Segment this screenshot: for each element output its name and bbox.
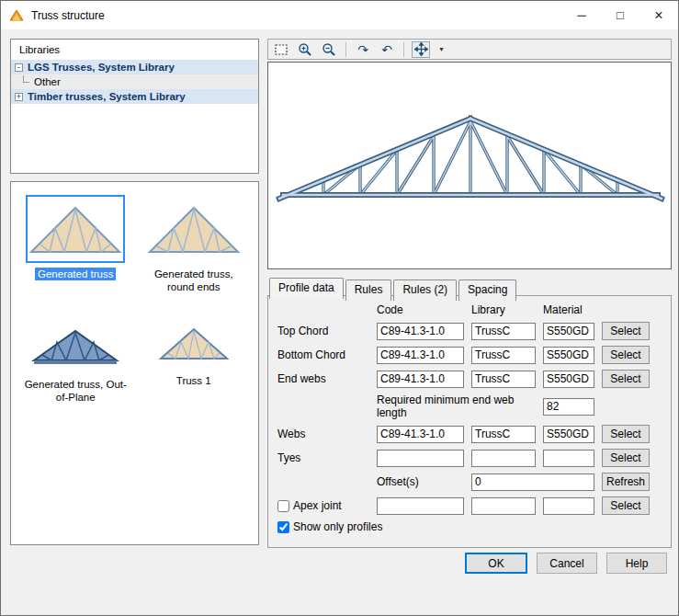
thumbnail-label: Generated truss, Out-of-Plane [20,378,130,405]
material-column-header: Material [543,303,594,316]
end-webs-label: End webs [277,372,369,385]
truss-thumbnail-image [29,316,121,373]
minimize-button[interactable]: ─ [562,1,601,29]
rotate-cw-button[interactable]: ↷ [354,41,372,58]
thumbnail-label: Truss 1 [174,374,214,387]
tree-item-label: Timber trusses, System Library [28,91,186,102]
bottom-chord-code-input[interactable] [377,347,464,364]
libraries-header: Libraries [11,40,258,60]
webs-select-button[interactable]: Select [602,425,650,443]
truss-preview-drawing [268,63,671,268]
apex-joint-checkbox-row: Apex joint [277,499,369,512]
show-only-profiles-row: Show only profiles [277,520,650,533]
top-chord-code-input[interactable] [377,323,464,340]
offset-input[interactable] [471,473,594,491]
pan-button[interactable] [412,41,430,58]
bottom-chord-library-input[interactable] [471,347,536,364]
tree-item-other[interactable]: Other [11,74,258,89]
end-webs-library-input[interactable] [471,371,536,388]
end-webs-code-input[interactable] [377,371,464,388]
webs-code-input[interactable] [377,426,464,443]
apex-joint-checkbox[interactable] [277,500,289,512]
rotate-cw-icon: ↷ [357,43,368,56]
zoom-original-button[interactable] [272,41,290,58]
apex-material-input[interactable] [543,497,594,515]
tyes-select-button[interactable]: Select [602,449,650,467]
apex-select-button[interactable]: Select [602,496,650,515]
apex-code-input[interactable] [377,497,464,515]
rotate-ccw-icon: ↶ [381,43,392,56]
min-end-web-length-label: Required minimum end web length [377,394,536,419]
tab-rules[interactable]: Rules [345,279,392,301]
profile-form: Code Library Material Top Chord Select B… [277,303,665,533]
truss-structure-dialog: Truss structure ─ □ × Libraries - LGS Tr… [0,0,679,616]
cancel-button[interactable]: Cancel [537,553,597,574]
truss-thumbnail-image [153,316,234,370]
refresh-button[interactable]: Refresh [602,473,650,491]
collapse-icon[interactable]: - [15,63,23,72]
bottom-chord-label: Bottom Chord [277,348,369,361]
gallery-item-out-of-plane[interactable]: Generated truss, Out-of-Plane [17,316,135,405]
min-end-web-length-input[interactable] [543,398,594,416]
webs-library-input[interactable] [471,426,536,443]
tyes-label: Tyes [277,451,369,464]
pan-dropdown-button[interactable]: ▼ [436,41,447,58]
tab-rules-2[interactable]: Rules (2) [393,279,457,301]
close-button[interactable]: × [639,1,678,29]
toolbar-separator [345,42,346,57]
show-only-profiles-checkbox[interactable] [277,521,289,533]
code-column-header: Code [377,303,464,316]
truss-gallery: Generated truss Generated truss, round e… [11,182,258,417]
bottom-chord-material-input[interactable] [543,347,594,364]
rotate-ccw-button[interactable]: ↶ [378,41,396,58]
zoom-out-button[interactable] [320,41,338,58]
help-button[interactable]: Help [606,553,667,574]
thumbnail-label: Generated truss [35,268,116,280]
apex-library-input[interactable] [471,497,536,515]
expand-icon[interactable]: + [15,93,23,101]
apex-joint-label: Apex joint [293,499,342,512]
tree-item-lgs-trusses[interactable]: - LGS Trusses, System Library [11,60,258,74]
thumbnail-label: Generated truss, round ends [139,268,249,294]
tab-spacing[interactable]: Spacing [458,279,516,301]
tab-profile-data[interactable]: Profile data [269,278,344,299]
bottom-chord-select-button[interactable]: Select [602,346,650,364]
show-only-profiles-label: Show only profiles [293,520,382,533]
pan-icon [414,42,428,56]
gallery-item-generated-truss[interactable]: Generated truss [17,195,135,294]
top-chord-label: Top Chord [277,325,369,337]
top-chord-material-input[interactable] [543,323,594,340]
end-webs-material-input[interactable] [543,371,594,388]
top-chord-select-button[interactable]: Select [602,322,650,340]
profile-data-panel: Code Library Material Top Chord Select B… [267,295,672,548]
gallery-item-truss-1[interactable]: Truss 1 [135,316,254,405]
window-title: Truss structure [31,9,105,22]
tyes-code-input[interactable] [377,450,464,467]
tree-item-label: Other [34,76,61,87]
truss-thumbnail-image [26,195,125,263]
webs-label: Webs [277,428,369,440]
tree-item-timber-trusses[interactable]: + Timber trusses, System Library [11,89,258,104]
libraries-panel: Libraries - LGS Trusses, System Library … [10,39,259,174]
maximize-button[interactable]: □ [601,1,639,29]
zoom-in-button[interactable] [296,41,314,58]
tyes-library-input[interactable] [471,450,536,467]
tree-item-label: LGS Trusses, System Library [28,62,175,73]
truss-preview-viewport[interactable] [267,62,672,269]
marquee-zoom-icon [274,42,289,57]
tyes-material-input[interactable] [543,450,594,467]
gallery-item-round-ends[interactable]: Generated truss, round ends [135,195,254,294]
chevron-down-icon: ▼ [438,46,445,52]
truss-gallery-panel: Generated truss Generated truss, round e… [10,181,259,545]
tree-branch-icon [23,75,29,83]
ok-button[interactable]: OK [465,553,527,574]
window-controls: ─ □ × [562,1,678,29]
app-icon [9,8,24,23]
webs-material-input[interactable] [543,426,594,443]
top-chord-library-input[interactable] [471,323,536,340]
title-bar[interactable]: Truss structure ─ □ × [1,1,678,29]
zoom-out-icon [322,42,336,57]
end-webs-select-button[interactable]: Select [602,370,650,388]
preview-toolbar: ↷ ↶ ▼ [267,39,672,60]
zoom-in-icon [298,42,312,57]
